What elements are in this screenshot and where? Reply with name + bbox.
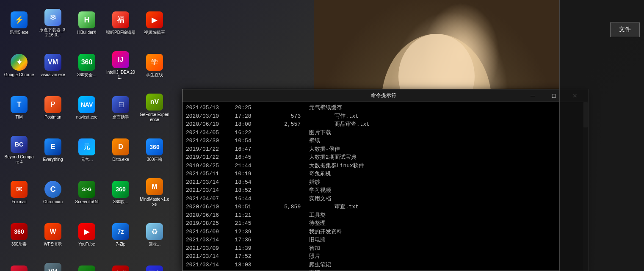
icon-hbuilder[interactable]: H HBuilderX: [70, 2, 104, 44]
icon-7zip[interactable]: 7z 7-Zip: [104, 214, 138, 256]
cmd-line: 2020/03/10 17:28 573 写作.txt: [186, 112, 580, 121]
cmd-line: 2021/04/05 16:22 图片下载: [186, 129, 580, 137]
cmd-line: 2021/03/14 17:36 旧电脑: [186, 236, 580, 244]
cmd-line: 2021/05/11 10:19 奇兔刷机: [186, 170, 580, 178]
icon-foxmail[interactable]: ✉ Foxmail: [2, 171, 36, 214]
icon-vmware[interactable]: VM VMware Workstat...: [36, 256, 70, 271]
cmd-line: 2021/03/14 18:54 婚纱: [186, 178, 580, 187]
icon-360kill[interactable]: 360 360杀毒: [2, 214, 36, 256]
cmd-line: 2021/05/13 20:25 元气壁纸缓存: [186, 104, 580, 112]
cmd-line: 2019/01/22 16:47 大数据-侯佳: [186, 145, 580, 154]
cmd-line: 2019/01/22 16:45 大数据2期面试宝典: [186, 153, 580, 162]
icon-youdao-note[interactable]: 有道 有道云笔记: [104, 256, 138, 271]
icon-desktop-helper[interactable]: 🖥 桌面助手: [104, 87, 138, 129]
cmd-line: 2020/06/10 18:00 2,557 商品审查.txt: [186, 120, 580, 129]
cmd-line: 2021/03/14 18:52 学习视频: [186, 186, 580, 195]
icon-recycle[interactable]: ♻ 回收...: [138, 214, 171, 256]
icon-fupdf[interactable]: 福 福昕PDF编辑器: [104, 2, 138, 44]
icon-mindmaster[interactable]: M MindMaster-1.exe: [138, 171, 171, 214]
icon-student[interactable]: 学 学生在线: [138, 44, 171, 87]
icon-screentogif[interactable]: S>G ScreenToGif: [70, 171, 104, 214]
cmd-line: 2021/03/14 17:52 照片: [186, 252, 580, 261]
icon-geforce[interactable]: nV GeForce Experience: [138, 87, 171, 129]
icon-youtube[interactable]: ▶ YouTube: [70, 214, 104, 256]
cmd-line: 2021/03/30 10:54 壁纸: [186, 137, 580, 145]
cmd-line: 2021/04/07 16:44 实用文档: [186, 195, 580, 203]
icon-chrome[interactable]: ✦ Google Chrome: [2, 44, 36, 87]
icon-navicat[interactable]: NAV navicat.exe: [70, 87, 104, 129]
icon-360safe[interactable]: 360 360安全...: [70, 44, 104, 87]
icon-wps-ppt[interactable]: W WPS演示: [36, 214, 70, 256]
icon-postman[interactable]: P Postman: [36, 87, 70, 129]
icon-yuan[interactable]: 元 元气...: [70, 129, 104, 171]
icon-video[interactable]: ▶ 视频编辑王: [138, 2, 171, 44]
icon-jd[interactable]: J jd-gui.exe: [2, 256, 36, 271]
cmd-content: 2021/05/13 20:25 元气壁纸缓存2020/03/10 17:28 …: [182, 102, 588, 271]
icon-wps-table[interactable]: W WPS表格: [70, 256, 104, 271]
cmd-output[interactable]: 2021/05/13 20:25 元气壁纸缓存2020/03/10 17:28 …: [182, 102, 583, 271]
icon-vm[interactable]: VM visualvm.exe: [36, 44, 70, 87]
icon-360zip[interactable]: 360 360压缩: [138, 129, 171, 171]
file-button[interactable]: 文件: [610, 22, 640, 37]
cmd-titlebar[interactable]: 命令提示符 ─ □ ✕: [182, 89, 588, 102]
icon-tim[interactable]: T TIM: [2, 87, 36, 129]
icon-bingdian[interactable]: ❄ 冰点下载器_3.2.16.0...: [36, 2, 70, 44]
icon-baidu-pan[interactable]: 百度 百度网盘: [138, 256, 171, 271]
cmd-window: 命令提示符 ─ □ ✕ 2021/05/13 20:25 元气壁纸缓存2020/…: [182, 89, 589, 271]
cmd-line: 2021/03/09 11:39 智加: [186, 244, 580, 253]
icon-idea[interactable]: IJ IntelliJ IDEA 201...: [104, 44, 138, 87]
icon-chromium[interactable]: C Chromium: [36, 171, 70, 214]
icon-xunlei[interactable]: ⚡ 迅雷5.exe: [2, 2, 36, 44]
icon-beyond[interactable]: BC Beyond Compare 4: [2, 129, 36, 171]
desktop-icons-grid: ⚡ 迅雷5.exe ❄ 冰点下载器_3.2.16.0... H HBuilder…: [0, 0, 195, 271]
cmd-line: 2019/08/25 21:44 大数据集群Linux软件: [186, 162, 580, 170]
right-panel-top: 文件: [560, 0, 644, 42]
icon-everything[interactable]: E Everything: [36, 129, 70, 171]
cmd-line: 2020/06/10 10:51 5,859 审查.txt: [186, 203, 580, 211]
cmd-line: 2021/04/26 21:47 资源: [186, 269, 580, 271]
icon-ditto[interactable]: D Ditto.exe: [104, 129, 138, 171]
cmd-line: 2020/06/16 11:21 工具类: [186, 211, 580, 220]
cmd-minimize-button[interactable]: ─: [523, 90, 542, 102]
cmd-title: 命令提示符: [244, 92, 523, 99]
cmd-line: 2021/03/14 18:03 爬虫笔记: [186, 261, 580, 269]
cmd-line: 2021/05/09 12:39 我的开发资料: [186, 228, 580, 236]
right-panel: 文件: [559, 0, 644, 271]
cmd-line: 2019/08/25 21:45 待整理: [186, 219, 580, 228]
icon-360soft[interactable]: 360 360软...: [104, 171, 138, 214]
desktop: ⚡ 迅雷5.exe ❄ 冰点下载器_3.2.16.0... H HBuilder…: [0, 0, 644, 271]
